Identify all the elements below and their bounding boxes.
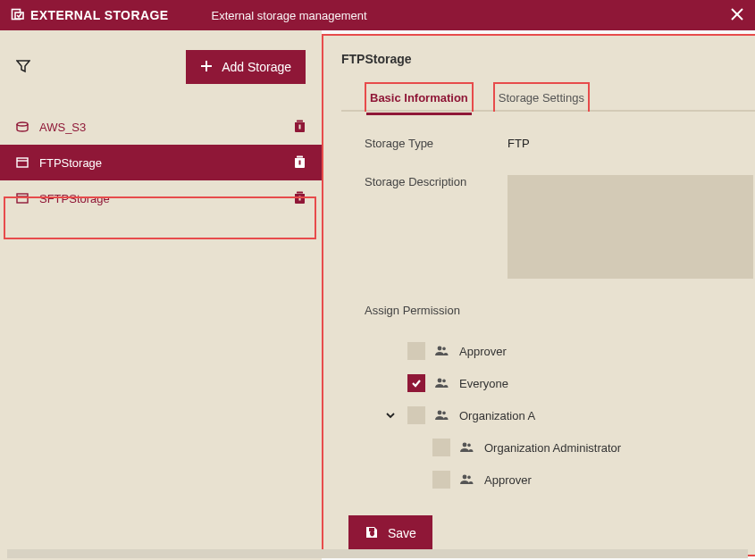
svg-point-27	[467, 476, 471, 480]
svg-rect-13	[299, 160, 301, 164]
storage-list-panel: Add Storage AWS_S3 FTPStorage	[0, 30, 322, 560]
svg-rect-9	[299, 124, 301, 129]
chevron-down-icon[interactable]	[382, 410, 398, 421]
svg-rect-16	[297, 191, 303, 193]
delete-icon[interactable]	[294, 155, 306, 171]
delete-icon[interactable]	[294, 191, 306, 206]
svg-point-26	[463, 475, 467, 480]
storage-type-icon	[16, 193, 32, 204]
permission-checkbox[interactable]	[407, 374, 425, 392]
header-bar: EXTERNAL STORAGE External storage manage…	[0, 0, 755, 30]
group-icon	[459, 442, 475, 453]
header-subtitle: External storage management	[211, 9, 366, 22]
storage-type-icon	[16, 157, 32, 168]
svg-point-20	[438, 379, 442, 383]
save-label: Save	[388, 526, 416, 540]
svg-point-19	[442, 347, 446, 351]
svg-rect-17	[299, 196, 301, 200]
filter-icon[interactable]	[16, 59, 30, 76]
horizontal-scrollbar[interactable]	[7, 549, 748, 558]
svg-rect-14	[17, 194, 28, 203]
tab-storage-settings[interactable]: Storage Settings	[493, 82, 590, 112]
svg-point-7	[17, 122, 28, 126]
field-label-type: Storage Type	[365, 137, 508, 150]
svg-rect-28	[369, 528, 374, 531]
plus-icon	[200, 60, 213, 75]
permission-label: Approver	[484, 473, 532, 487]
delete-icon[interactable]	[294, 120, 306, 135]
add-storage-button[interactable]: Add Storage	[186, 50, 306, 84]
permission-checkbox[interactable]	[432, 439, 450, 456]
svg-point-18	[438, 347, 442, 351]
storage-type-icon	[16, 121, 32, 132]
panel-title: FTPStorage	[341, 52, 755, 66]
field-label-description: Storage Description	[365, 175, 508, 188]
group-icon	[434, 378, 450, 389]
storage-item-label: SFTPStorage	[39, 192, 294, 205]
svg-point-21	[442, 380, 446, 383]
svg-rect-8	[297, 120, 303, 121]
field-value-type: FTP	[508, 137, 530, 150]
svg-rect-12	[297, 155, 303, 157]
permission-checkbox[interactable]	[407, 406, 425, 424]
tab-basic-information[interactable]: Basic Information	[365, 82, 474, 112]
group-icon	[434, 346, 450, 356]
svg-point-29	[371, 532, 374, 536]
save-button[interactable]: Save	[348, 515, 432, 551]
tab-row: Basic Information Storage Settings	[341, 80, 755, 112]
permission-label: Organization Administrator	[484, 441, 621, 455]
svg-point-25	[467, 444, 471, 447]
permission-checkbox[interactable]	[432, 471, 450, 489]
storage-detail-panel: FTPStorage Basic Information Storage Set…	[322, 34, 755, 556]
header-title: EXTERNAL STORAGE	[30, 8, 168, 22]
group-icon	[459, 474, 475, 485]
permission-tree: Approver Everyone Or	[341, 335, 755, 496]
svg-point-22	[438, 411, 442, 415]
field-label-permission: Assign Permission	[341, 304, 755, 317]
add-storage-label: Add Storage	[222, 60, 291, 74]
close-icon[interactable]	[730, 7, 744, 24]
svg-marker-4	[17, 61, 29, 71]
svg-rect-10	[17, 158, 28, 167]
storage-list-item[interactable]: FTPStorage	[0, 145, 322, 180]
permission-label: Approver	[459, 345, 507, 358]
save-icon	[365, 525, 379, 542]
storage-item-label: AWS_S3	[39, 121, 294, 134]
permission-label: Organization A	[459, 409, 535, 422]
app-icon	[11, 7, 25, 24]
group-icon	[434, 410, 450, 421]
svg-point-24	[463, 443, 467, 447]
permission-label: Everyone	[459, 377, 508, 390]
storage-item-label: FTPStorage	[39, 156, 294, 170]
permission-checkbox[interactable]	[407, 342, 425, 360]
description-input[interactable]	[508, 175, 753, 279]
storage-list-item[interactable]: SFTPStorage	[0, 180, 322, 216]
storage-list-item[interactable]: AWS_S3	[0, 109, 322, 145]
svg-point-23	[442, 412, 446, 415]
